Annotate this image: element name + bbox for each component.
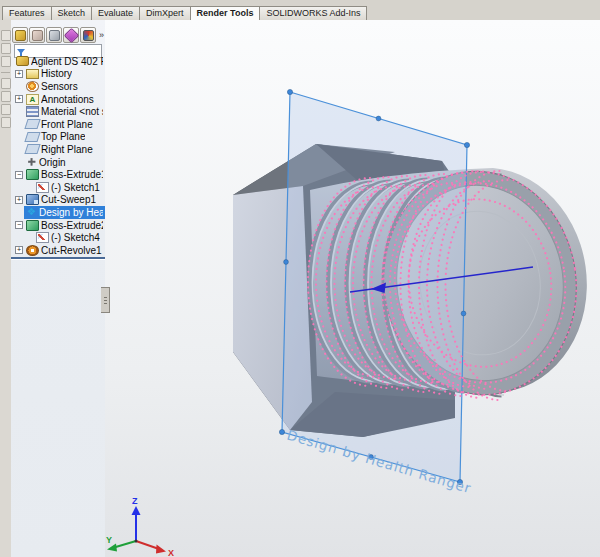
tree-item-label: Boss-Extrude1 [41,169,103,180]
display-manager-icon-glyph [83,30,94,41]
expand-plus-icon[interactable]: + [15,196,23,204]
filter-funnel-icon [17,49,25,54]
tree-item-material-not-spec[interactable]: Material <not spec [11,105,105,118]
display-manager-icon[interactable] [80,27,96,43]
triad-z-label: Z [132,496,138,506]
expand-plus-icon[interactable]: + [15,246,23,254]
origin-icon [26,157,37,168]
tree-item-front-plane[interactable]: Front Plane [11,118,105,131]
history-icon [26,69,39,79]
tree-item-label: (-) Sketch4 [51,232,100,243]
tab-sketch[interactable]: Sketch [51,6,93,20]
tree-item-cut-sweep1[interactable]: +Cut-Sweep1 [11,194,105,207]
featuremanager-tree-icon-glyph [15,30,26,41]
tree-item-label: Front Plane [41,119,93,130]
boss-extrude-icon [26,220,39,231]
tree-item-label: Agilent DS 402 Plug [31,56,103,67]
tree-item-design-by-health-r[interactable]: Design by Health R [11,206,105,219]
tab-solidworks-add-ins[interactable]: SOLIDWORKS Add-Ins [259,6,367,20]
material-icon [26,106,39,117]
configuration-manager-icon-glyph [49,30,60,41]
dimxpert-manager-icon[interactable] [63,27,79,43]
triad-x-label: X [168,548,174,557]
tree-item-label: History [41,68,72,79]
tree-item-label: Sensors [41,81,78,92]
orientation-triad: Z Y X [106,496,174,557]
tree-item-sensors[interactable]: Sensors [11,80,105,93]
tree-item-boss-extrude2[interactable]: −Boss-Extrude2 [11,219,105,232]
solidworks-window: FeaturesSketchEvaluateDimXpertRender Too… [0,0,600,557]
tree-item-label: Right Plane [41,144,93,155]
expand-plus-icon[interactable]: + [15,70,23,78]
tree-item-sketch4[interactable]: (-) Sketch4 [11,231,105,244]
tree-item-annotations[interactable]: +Annotations [11,93,105,106]
annotations-icon [26,94,39,105]
triad-y-label: Y [106,535,112,545]
view-tool-icon-1[interactable] [1,30,11,41]
tree-item-label: Annotations [41,94,94,105]
boss-extrude-icon [26,169,39,180]
view-tool-icon-6[interactable] [1,104,11,115]
feature-tree: Agilent DS 402 Plug+HistorySensors+Annot… [11,55,105,257]
tree-item-origin[interactable]: Origin [11,156,105,169]
plane-icon [24,132,40,142]
configuration-manager-icon[interactable] [46,27,62,43]
property-manager-icon[interactable] [29,27,45,43]
part-icon [16,56,29,66]
featuremanager-tree-icon[interactable] [12,27,28,43]
featuremanager-panel: » Agilent DS 402 Plug+HistorySensors+Ann… [11,20,106,557]
tree-item-agilent-ds-402-plug[interactable]: Agilent DS 402 Plug [11,55,105,68]
tree-item-label: Cut-Sweep1 [41,194,96,205]
tree-item-top-plane[interactable]: Top Plane [11,131,105,144]
tab-render-tools[interactable]: Render Tools [190,6,261,20]
view-tool-icon-4[interactable] [1,78,11,89]
view-tool-icon-5[interactable] [1,91,11,102]
view-tool-icon-2[interactable] [1,43,11,54]
tab-features[interactable]: Features [2,6,52,20]
sketch-icon [36,182,49,193]
tree-item-history[interactable]: +History [11,68,105,81]
graphics-viewport[interactable]: Design by Health Ranger Z Y X [105,20,600,557]
tree-item-right-plane[interactable]: Right Plane [11,143,105,156]
expand-plus-icon[interactable]: + [15,95,23,103]
sketch-icon [36,232,49,243]
rollback-bar[interactable] [11,257,105,259]
panel-toolbar-more-chevron[interactable]: » [99,30,104,40]
sensors-icon [26,81,39,92]
cut-revolve-icon [26,245,39,256]
cut-sweep-icon [26,194,39,205]
tree-item-boss-extrude1[interactable]: −Boss-Extrude1 [11,168,105,181]
panel-splitter-handle[interactable] [101,287,110,313]
tree-item-label: Design by Health R [39,207,103,218]
view-tool-icon-3[interactable] [1,56,11,67]
property-manager-icon-glyph [32,30,43,41]
tree-item-label: Boss-Extrude2 [41,220,103,231]
view-tool-icon-7[interactable] [1,117,11,128]
tree-item-label: Cut-Revolve1 [41,245,102,256]
tree-item-sketch1[interactable]: (-) Sketch1 [11,181,105,194]
tree-item-label: Material <not spec [41,106,103,117]
collapse-minus-icon[interactable]: − [15,221,23,229]
tree-item-cut-revolve1[interactable]: +Cut-Revolve1 [11,244,105,257]
tree-item-label: Origin [39,157,66,168]
tree-item-label: Top Plane [41,131,85,142]
design-sketch-icon [26,207,37,218]
tab-evaluate[interactable]: Evaluate [91,6,140,20]
panel-tab-toolbar: » [12,27,104,43]
dimxpert-manager-icon-glyph [63,27,79,43]
tab-dimxpert[interactable]: DimXpert [139,6,191,20]
tab-bar: FeaturesSketchEvaluateDimXpertRender Too… [2,6,366,20]
command-tab-strip: FeaturesSketchEvaluateDimXpertRender Too… [0,0,600,21]
plane-icon [24,119,40,129]
collapse-minus-icon[interactable]: − [15,171,23,179]
plane-icon [24,144,40,154]
side-toolbar-icons [1,30,11,128]
tree-item-label: (-) Sketch1 [51,182,100,193]
